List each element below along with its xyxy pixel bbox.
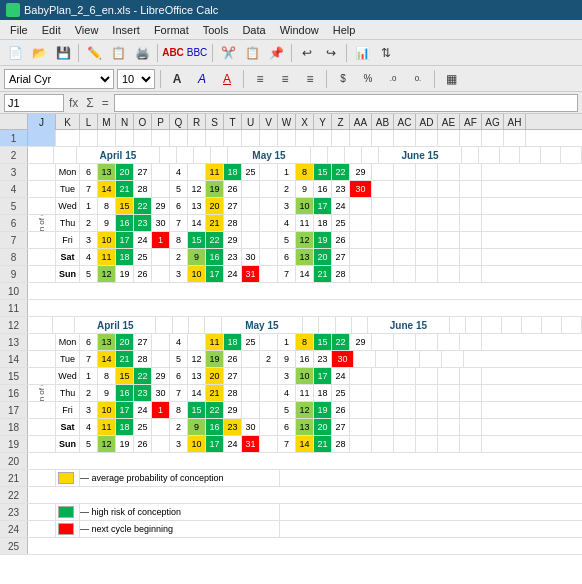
col-af[interactable]: AF <box>460 114 482 130</box>
cell-r1[interactable] <box>188 130 206 146</box>
col-ae[interactable]: AE <box>438 114 460 130</box>
formula-input[interactable] <box>114 94 578 112</box>
sigma-icon[interactable]: Σ <box>83 96 96 110</box>
cell-z1[interactable] <box>332 130 350 146</box>
cell-q1[interactable] <box>170 130 188 146</box>
col-r[interactable]: R <box>188 114 206 130</box>
e4 <box>416 419 438 435</box>
copy-btn[interactable]: 📋 <box>241 42 263 64</box>
fx-icon[interactable]: fx <box>66 96 81 110</box>
paste-btn[interactable]: 📌 <box>265 42 287 64</box>
col-n[interactable]: N <box>116 114 134 130</box>
col-ag[interactable]: AG <box>482 114 504 130</box>
align-center-btn[interactable]: ≡ <box>274 69 296 89</box>
print-btn[interactable]: 🖨️ <box>131 42 153 64</box>
col-q[interactable]: Q <box>170 114 188 130</box>
align-right-btn[interactable]: ≡ <box>299 69 321 89</box>
equals-icon[interactable]: = <box>99 96 112 110</box>
cell-ag1[interactable] <box>482 130 504 146</box>
menu-help[interactable]: Help <box>327 22 362 38</box>
redo-btn[interactable]: ↪ <box>320 42 342 64</box>
save-btn[interactable]: 💾 <box>52 42 74 64</box>
cell-ref-input[interactable] <box>4 94 64 112</box>
col-o[interactable]: O <box>134 114 152 130</box>
cell-p1[interactable] <box>152 130 170 146</box>
new-btn[interactable]: 📄 <box>4 42 26 64</box>
col-aa[interactable]: AA <box>350 114 372 130</box>
col-ab[interactable]: AB <box>372 114 394 130</box>
col-p[interactable]: P <box>152 114 170 130</box>
col-u[interactable]: U <box>242 114 260 130</box>
c12: 15 <box>314 334 332 350</box>
cell-m1[interactable] <box>98 130 116 146</box>
italic-btn[interactable]: A <box>191 69 213 89</box>
cell-j1[interactable] <box>28 130 56 146</box>
menu-format[interactable]: Format <box>148 22 195 38</box>
cell-ac1[interactable] <box>394 130 416 146</box>
chart-btn[interactable]: 📊 <box>351 42 373 64</box>
underline-btn[interactable]: A <box>216 69 238 89</box>
cell-x1[interactable] <box>296 130 314 146</box>
edit-btn[interactable]: ✏️ <box>83 42 105 64</box>
currency-btn[interactable]: $ <box>332 69 354 89</box>
cut-btn[interactable]: ✂️ <box>217 42 239 64</box>
cell-t1[interactable] <box>224 130 242 146</box>
col-m[interactable]: M <box>98 114 116 130</box>
spell-btn[interactable]: ABC <box>162 42 184 64</box>
cell-ad1[interactable] <box>416 130 438 146</box>
e4 <box>420 351 442 367</box>
cell-ah1[interactable] <box>504 130 526 146</box>
col-y[interactable]: Y <box>314 114 332 130</box>
decimal-dec-btn[interactable]: 0. <box>407 69 429 89</box>
pdf-btn[interactable]: 📋 <box>107 42 129 64</box>
col-t[interactable]: T <box>224 114 242 130</box>
sort-btn[interactable]: ⇅ <box>375 42 397 64</box>
menu-insert[interactable]: Insert <box>106 22 146 38</box>
cell-w1[interactable] <box>278 130 296 146</box>
cell-u1[interactable] <box>242 130 260 146</box>
spell2-btn[interactable]: BBC <box>186 42 208 64</box>
menu-file[interactable]: File <box>4 22 34 38</box>
open-btn[interactable]: 📂 <box>28 42 50 64</box>
cell-k1[interactable] <box>56 130 80 146</box>
cell-o1[interactable] <box>134 130 152 146</box>
col-ac[interactable]: AC <box>394 114 416 130</box>
cell-l1[interactable] <box>80 130 98 146</box>
font-select[interactable]: Arial Cyr <box>4 69 114 89</box>
col-v[interactable]: V <box>260 114 278 130</box>
percent-btn[interactable]: % <box>357 69 379 89</box>
menu-data[interactable]: Data <box>236 22 271 38</box>
cell-af1[interactable] <box>460 130 482 146</box>
col-j[interactable]: J <box>28 114 56 130</box>
cell-n1[interactable] <box>116 130 134 146</box>
size-select[interactable]: 10 <box>117 69 155 89</box>
cell-apr-mon-1: 6 <box>80 164 98 180</box>
c3: 21 <box>116 181 134 197</box>
border-btn[interactable]: ▦ <box>440 69 462 89</box>
bold-btn[interactable]: A <box>166 69 188 89</box>
col-x[interactable]: X <box>296 114 314 130</box>
col-s[interactable]: S <box>206 114 224 130</box>
col-ad[interactable]: AD <box>416 114 438 130</box>
menu-window[interactable]: Window <box>274 22 325 38</box>
cell-ae1[interactable] <box>438 130 460 146</box>
col-z[interactable]: Z <box>332 114 350 130</box>
cell-y1[interactable] <box>314 130 332 146</box>
col-l[interactable]: L <box>80 114 98 130</box>
menu-tools[interactable]: Tools <box>197 22 235 38</box>
cell-v1[interactable] <box>260 130 278 146</box>
c10: 9 <box>278 351 296 367</box>
c8: 23 <box>224 249 242 265</box>
menu-edit[interactable]: Edit <box>36 22 67 38</box>
col-w[interactable]: W <box>278 114 296 130</box>
decimal-inc-btn[interactable]: .0 <box>382 69 404 89</box>
col-ah[interactable]: AH <box>504 114 526 130</box>
col-k[interactable]: K <box>56 114 80 130</box>
undo-btn[interactable]: ↩ <box>296 42 318 64</box>
cell-s1[interactable] <box>206 130 224 146</box>
e3 <box>394 198 416 214</box>
menu-view[interactable]: View <box>69 22 105 38</box>
cell-ab1[interactable] <box>372 130 394 146</box>
cell-aa1[interactable] <box>350 130 372 146</box>
align-left-btn[interactable]: ≡ <box>249 69 271 89</box>
